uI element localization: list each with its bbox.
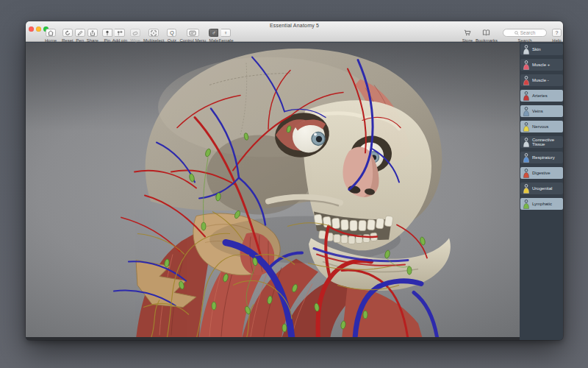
urogenital-person-icon (523, 184, 530, 194)
male-icon: ♂ (212, 30, 215, 35)
gender-toggle: ♂ Male ♀ Female (209, 29, 233, 43)
help-icon: ? (556, 30, 559, 35)
multiselect-button[interactable]: Multiselect (143, 29, 164, 43)
wipe-button[interactable]: Wipe (130, 29, 140, 43)
sidebar-item-digestive[interactable]: Digestive (520, 167, 563, 179)
lymphatic-person-icon (523, 199, 530, 209)
sidebar-item-nervous[interactable]: Nervous (520, 121, 563, 132)
share-button[interactable]: Share (87, 29, 98, 43)
sidebar-item-muscle-plus[interactable]: Muscle + (520, 59, 563, 71)
add-pin-button[interactable]: Add pin (112, 29, 127, 43)
add-pin-icon (116, 30, 123, 36)
control-menu-button[interactable]: Control Menu (179, 29, 206, 43)
sidebar-item-veins[interactable]: Veins (520, 105, 563, 117)
anatomy-3d-viewport[interactable] (26, 43, 520, 337)
close-button[interactable] (29, 26, 34, 32)
quiz-button[interactable]: Q Quiz (167, 29, 176, 43)
muscle-plus-person-icon (523, 60, 530, 70)
respiratory-person-icon (523, 153, 530, 163)
search-placeholder: Search (520, 30, 536, 35)
pin-group: Pin Add pin (102, 29, 127, 43)
digestive-person-icon (523, 169, 530, 178)
share-icon (90, 30, 96, 36)
search-area: Search Search (503, 29, 547, 43)
sidebar-item-respiratory[interactable]: Respiratory (520, 152, 563, 163)
pen-icon (77, 30, 83, 36)
reset-button[interactable]: Reset (62, 29, 74, 43)
help-button[interactable]: ? Help (552, 29, 562, 43)
connective-tissue-person-icon (523, 138, 530, 147)
home-button[interactable]: Home (45, 29, 57, 43)
arteries-person-icon (523, 91, 530, 101)
pen-button[interactable]: Pen (75, 29, 85, 43)
sidebar-item-urogenital[interactable]: Urogenital (520, 183, 563, 194)
skin-person-icon (523, 45, 530, 54)
home-icon (48, 30, 54, 36)
store-button[interactable]: Store (462, 29, 473, 43)
muscle-minus-person-icon (523, 76, 530, 85)
sidebar-item-skin[interactable]: Skin (520, 43, 563, 55)
veins-person-icon (523, 107, 530, 116)
app-window: Essential Anatomy 5 Home Reset (26, 21, 563, 340)
anatomy-head-model (26, 43, 520, 337)
cart-icon (464, 29, 471, 36)
window-header: Essential Anatomy 5 Home Reset (26, 21, 563, 42)
systems-sidebar: Skin Muscle + Muscle - Arteries Veins Ne… (520, 43, 563, 340)
reset-icon (65, 30, 71, 36)
toolbar: Home Reset Pen Share (45, 29, 562, 42)
viewport-bottom-bar (26, 337, 520, 340)
pin-button[interactable]: Pin (102, 29, 112, 43)
window-title: Essential Anatomy 5 (26, 23, 563, 28)
search-icon (514, 31, 519, 35)
control-menu-icon (189, 30, 196, 36)
female-button[interactable]: ♀ Female (218, 29, 233, 43)
quiz-icon: Q (170, 30, 173, 35)
sidebar-item-lymphatic[interactable]: Lymphatic (520, 198, 563, 210)
sidebar-item-arteries[interactable]: Arteries (520, 90, 563, 102)
wipe-icon (132, 30, 138, 36)
bookmarks-button[interactable]: Bookmarks (476, 29, 498, 43)
search-input[interactable]: Search (503, 29, 547, 37)
book-icon (482, 29, 490, 36)
male-button[interactable]: ♂ Male (209, 29, 218, 43)
sidebar-item-connective-tissue[interactable]: Connective Tissue (520, 136, 563, 148)
pin-icon (104, 30, 110, 36)
minimize-button[interactable] (36, 26, 41, 32)
female-icon: ♀ (223, 30, 227, 35)
multiselect-icon (151, 30, 157, 36)
nervous-person-icon (523, 122, 530, 132)
sidebar-item-muscle-minus[interactable]: Muscle - (520, 74, 563, 86)
